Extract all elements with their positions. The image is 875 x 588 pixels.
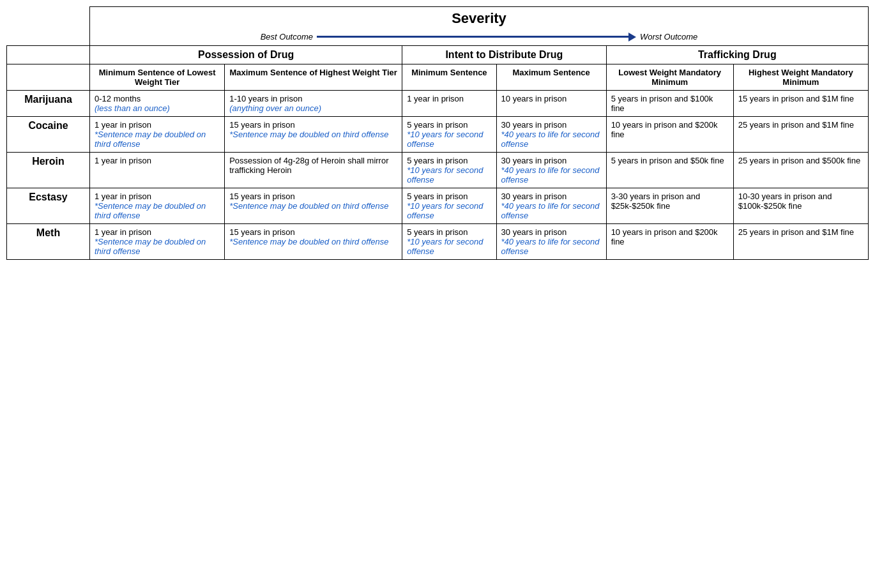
cell-2-4: 5 years in prison and $50k fine	[606, 153, 733, 188]
cell-4-5: 25 years in prison and $1M fine	[733, 224, 868, 260]
col-header-0: Minimum Sentence of Lowest Weight Tier	[90, 64, 225, 91]
cell-2-1: Possession of 4g-28g of Heroin shall mir…	[225, 153, 402, 188]
cell-1-3: 30 years in prison*40 years to life for …	[496, 117, 606, 153]
col-header-2: Minimum Sentence	[402, 64, 496, 91]
cell-4-0: 1 year in prison*Sentence may be doubled…	[90, 224, 225, 260]
trafficking-header: Trafficking Drug	[606, 46, 868, 64]
cell-0-4: 5 years in prison and $100k fine	[606, 91, 733, 117]
cell-0-2: 1 year in prison	[402, 91, 496, 117]
cell-3-4: 3-30 years in prison and $25k-$250k fine	[606, 188, 733, 224]
cell-4-2: 5 years in prison*10 years for second of…	[402, 224, 496, 260]
col-header-1: Maximum Sentence of Highest Weight Tier	[225, 64, 402, 91]
intent-header: Intent to Distribute Drug	[402, 46, 606, 64]
cell-3-5: 10-30 years in prison and $100k-$250k fi…	[733, 188, 868, 224]
cell-1-5: 25 years in prison and $1M fine	[733, 117, 868, 153]
cell-3-2: 5 years in prison*10 years for second of…	[402, 188, 496, 224]
cell-2-2: 5 years in prison*10 years for second of…	[402, 153, 496, 188]
drug-label-cocaine: Cocaine	[7, 117, 90, 153]
cell-4-4: 10 years in prison and $200k fine	[606, 224, 733, 260]
cell-3-1: 15 years in prison*Sentence may be doubl…	[225, 188, 402, 224]
worst-outcome-label: Worst Outcome	[640, 32, 697, 41]
drug-label-heroin: Heroin	[7, 153, 90, 188]
cell-0-5: 15 years in prison and $1M fine	[733, 91, 868, 117]
cell-1-0: 1 year in prison*Sentence may be doubled…	[90, 117, 225, 153]
cell-0-0: 0-12 months(less than an ounce)	[90, 91, 225, 117]
cell-4-1: 15 years in prison*Sentence may be doubl…	[225, 224, 402, 260]
cell-2-5: 25 years in prison and $500k fine	[733, 153, 868, 188]
cell-1-2: 5 years in prison*10 years for second of…	[402, 117, 496, 153]
cell-1-4: 10 years in prison and $200k fine	[606, 117, 733, 153]
col-header-5: Highest Weight Mandatory Minimum	[733, 64, 868, 91]
cell-3-3: 30 years in prison*40 years to life for …	[496, 188, 606, 224]
cell-2-3: 30 years in prison*40 years to life for …	[496, 153, 606, 188]
arrow-container: Best Outcome Worst Outcome	[96, 32, 862, 41]
cell-2-0: 1 year in prison	[90, 153, 225, 188]
drug-label-ecstasy: Ecstasy	[7, 188, 90, 224]
drug-label-marijuana: Marijuana	[7, 91, 90, 117]
cell-3-0: 1 year in prison*Sentence may be doubled…	[90, 188, 225, 224]
severity-title: Severity	[452, 10, 506, 26]
drug-label-meth: Meth	[7, 224, 90, 260]
cell-1-1: 15 years in prison*Sentence may be doubl…	[225, 117, 402, 153]
cell-0-3: 10 years in prison	[496, 91, 606, 117]
main-table: Severity Best Outcome Worst Outcome Poss…	[6, 6, 869, 260]
best-outcome-label: Best Outcome	[261, 32, 313, 41]
cell-4-3: 30 years in prison*40 years to life for …	[496, 224, 606, 260]
col-header-3: Maximum Sentence	[496, 64, 606, 91]
cell-0-1: 1-10 years in prison(anything over an ou…	[225, 91, 402, 117]
col-header-4: Lowest Weight Mandatory Minimum	[606, 64, 733, 91]
possession-header: Possession of Drug	[90, 46, 402, 64]
